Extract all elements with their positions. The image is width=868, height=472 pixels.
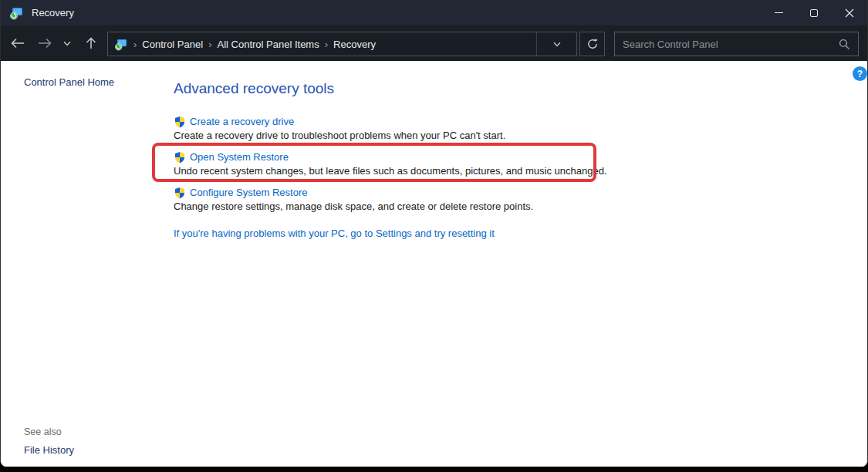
refresh-button[interactable] [579,32,605,56]
uac-shield-icon [174,187,186,199]
breadcrumb-control-panel[interactable]: Control Panel [142,39,203,50]
task-open-system-restore: Open System Restore Undo recent system c… [174,150,606,177]
task-description: Create a recovery drive to troubleshoot … [174,130,505,142]
minimize-button[interactable] [761,0,796,25]
search-input[interactable] [623,39,839,50]
search-box [614,32,859,56]
forward-arrow-icon [38,38,52,49]
window-title: Recovery [32,7,74,19]
recovery-app-icon [10,6,24,20]
task-configure-system-restore: Configure System Restore Change restore … [174,186,533,213]
chevron-down-icon [553,42,561,47]
up-button[interactable] [79,32,103,55]
close-button[interactable] [832,0,867,25]
close-icon [845,8,854,18]
breadcrumb-recovery-icon [115,38,128,51]
recovery-window: Recovery [0,0,868,467]
content-area: Control Panel Home See also File History… [1,61,867,467]
chevron-down-icon [63,41,71,46]
page-title: Advanced recovery tools [174,80,334,97]
create-recovery-drive-link[interactable]: Create a recovery drive [190,116,294,127]
see-also-label: See also [24,426,62,437]
titlebar: Recovery [1,0,867,25]
breadcrumb-separator: › [128,39,142,50]
back-arrow-icon [11,38,25,49]
breadcrumb-separator: › [319,39,333,50]
forward-button[interactable] [32,32,57,55]
sidebar-item-file-history[interactable]: File History [24,444,74,456]
settings-reset-link[interactable]: If you're having problems with your PC, … [174,228,495,239]
sidebar-item-control-panel-home[interactable]: Control Panel Home [24,76,114,88]
refresh-icon [586,38,599,50]
open-system-restore-link[interactable]: Open System Restore [190,151,289,163]
uac-shield-icon [174,151,186,164]
task-description: Change restore settings, manage disk spa… [174,201,533,213]
breadcrumb-separator: › [203,39,217,50]
maximize-icon [810,9,818,17]
up-arrow-icon [86,37,96,49]
recent-locations-button[interactable] [57,32,77,55]
uac-shield-icon [174,116,186,128]
minimize-icon [775,12,783,13]
maximize-button[interactable] [796,0,832,25]
configure-system-restore-link[interactable]: Configure System Restore [190,187,307,198]
breadcrumb-recovery[interactable]: Recovery [333,39,376,50]
address-bar[interactable]: › Control Panel › All Control Panel Item… [107,32,577,56]
search-icon[interactable] [839,39,850,50]
address-dropdown-button[interactable] [536,32,576,56]
navigation-bar: › Control Panel › All Control Panel Item… [1,25,867,61]
help-button[interactable]: ? [853,66,867,81]
back-button[interactable] [5,32,30,55]
breadcrumb-all-items[interactable]: All Control Panel Items [217,39,319,50]
task-description: Undo recent system changes, but leave fi… [174,165,606,177]
task-create-recovery-drive: Create a recovery drive Create a recover… [174,115,505,142]
